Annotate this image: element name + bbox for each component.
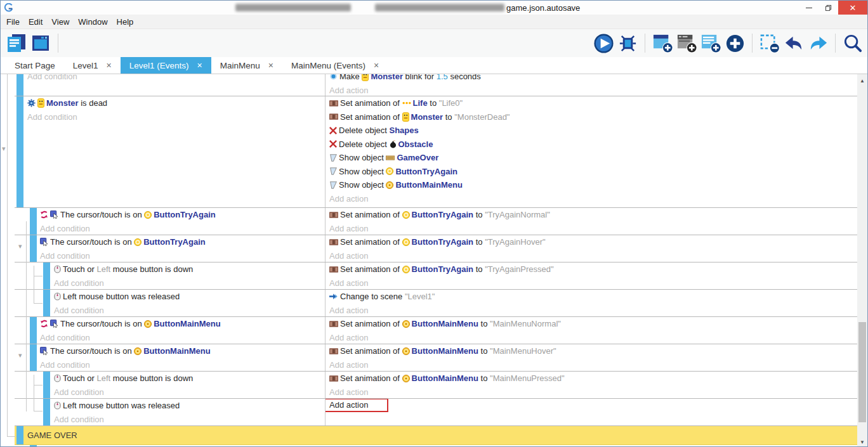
- condition-line[interactable]: The cursor/touch is on ButtonTryAgain: [40, 208, 325, 222]
- scroll-up-icon[interactable]: ▲: [857, 78, 867, 84]
- event-drag-handle[interactable]: [16, 426, 23, 444]
- condition-line[interactable]: Touch or Left mouse button is down: [54, 372, 325, 385]
- action-line[interactable]: Delete object Obstacle: [329, 138, 857, 152]
- debugger-icon[interactable]: [617, 32, 638, 54]
- close-button[interactable]: ✕: [838, 1, 867, 15]
- menu-window[interactable]: Window: [78, 17, 107, 27]
- action-line[interactable]: Show object GameOver: [329, 151, 857, 165]
- action-line[interactable]: Set animation of ButtonTryAgain to "TryA…: [329, 208, 857, 222]
- add-condition-placeholder[interactable]: Add condition: [40, 358, 325, 372]
- restore-button[interactable]: [819, 1, 838, 15]
- add-condition-placeholder[interactable]: Add condition: [40, 249, 325, 263]
- event-drag-handle[interactable]: [30, 344, 37, 371]
- tab-close-icon[interactable]: ×: [374, 61, 379, 70]
- tab-level1-events[interactable]: Level1 (Events)×: [121, 57, 211, 74]
- condition-line[interactable]: The cursor/touch is on ButtonMainMenu: [40, 317, 325, 331]
- vertical-scrollbar[interactable]: ▲ ▼: [857, 74, 867, 447]
- comment-event[interactable]: GAME OVER: [15, 426, 857, 445]
- conditions-column: Left mouse button was releasedAdd condit…: [15, 399, 325, 425]
- redo-icon[interactable]: [807, 32, 829, 54]
- text-segment: Delete object: [339, 126, 390, 135]
- object-name: Monster: [46, 98, 79, 108]
- scroll-down-icon[interactable]: ▼: [857, 439, 867, 445]
- toolbar-right-group: [593, 32, 864, 54]
- add-action-placeholder[interactable]: Add action: [329, 304, 857, 317]
- condition-line[interactable]: The cursor/touch is on ButtonMainMenu: [40, 344, 325, 358]
- add-condition-placeholder[interactable]: Add condition: [27, 110, 325, 124]
- add-action-placeholder[interactable]: Add action: [329, 84, 857, 96]
- tab-close-icon[interactable]: ×: [197, 61, 202, 70]
- tab-mainmenu[interactable]: MainMenu×: [211, 57, 282, 74]
- add-action-placeholder[interactable]: Add action: [329, 222, 857, 235]
- condition-line[interactable]: Left mouse button was released: [54, 399, 325, 413]
- remove-selection-icon[interactable]: [759, 32, 780, 54]
- menu-file[interactable]: File: [6, 17, 20, 27]
- minimize-button[interactable]: [799, 1, 819, 15]
- add-action-highlighted[interactable]: Add action: [325, 399, 388, 412]
- undo-icon[interactable]: [783, 32, 805, 54]
- action-line[interactable]: Show object ButtonTryAgain: [329, 165, 857, 179]
- tab-close-icon[interactable]: ×: [268, 61, 273, 70]
- add-action-placeholder[interactable]: Add action: [329, 276, 857, 290]
- action-line[interactable]: Delete object Shapes: [329, 124, 857, 138]
- tab-start-page[interactable]: Start Page: [6, 57, 64, 74]
- action-line[interactable]: Set animation of ButtonMainMenu to "Main…: [329, 372, 857, 385]
- add-condition-placeholder[interactable]: Add condition: [54, 304, 325, 318]
- add-action-placeholder[interactable]: Add action: [329, 385, 857, 399]
- event-drag-handle[interactable]: [43, 262, 50, 289]
- menu-edit[interactable]: Edit: [29, 17, 43, 27]
- project-manager-icon[interactable]: [6, 32, 27, 54]
- play-icon[interactable]: [593, 32, 614, 54]
- event-drag-handle[interactable]: [43, 290, 50, 316]
- action-line[interactable]: Set animation of ButtonMainMenu to "Main…: [329, 317, 857, 331]
- condition-line[interactable]: The cursor/touch is on ButtonTryAgain: [40, 235, 325, 249]
- add-condition-placeholder[interactable]: Add condition: [54, 385, 325, 399]
- text-segment: blink for: [403, 74, 437, 81]
- add-comment-icon[interactable]: [700, 32, 721, 54]
- menu-view[interactable]: View: [51, 17, 69, 27]
- condition-line[interactable]: Left mouse button was released: [54, 290, 325, 304]
- condition-line[interactable]: Touch or Left mouse button is down: [54, 262, 325, 276]
- event-drag-handle[interactable]: [30, 235, 37, 262]
- start-page-icon[interactable]: [30, 32, 51, 54]
- tab-level1[interactable]: Level1×: [64, 57, 121, 74]
- toolbar-divider: [58, 34, 58, 53]
- search-icon[interactable]: [842, 32, 864, 54]
- event-drag-handle[interactable]: [43, 399, 50, 425]
- text-segment: The cursor/touch is on: [60, 210, 144, 219]
- action-line[interactable]: Set animation of ButtonTryAgain to "TryA…: [329, 235, 857, 249]
- tab-mainmenu-events[interactable]: MainMenu (Events)×: [282, 57, 388, 74]
- add-condition-placeholder[interactable]: Add condition: [40, 331, 325, 345]
- add-condition-placeholder[interactable]: Add condition: [54, 413, 325, 427]
- add-event-icon[interactable]: [652, 32, 673, 54]
- event-drag-handle[interactable]: [16, 96, 23, 207]
- event-drag-handle[interactable]: [43, 372, 50, 398]
- add-action-placeholder[interactable]: Add action: [329, 358, 857, 372]
- action-line[interactable]: Set animation of Monster to "MonsterDead…: [329, 110, 857, 124]
- parameter-value: "MainMenuHover": [490, 346, 556, 356]
- add-condition-placeholder[interactable]: Add condition: [27, 74, 325, 84]
- add-action-placeholder[interactable]: Add action: [329, 249, 857, 262]
- add-condition-placeholder[interactable]: Add condition: [40, 222, 325, 236]
- add-action-placeholder[interactable]: Add action: [329, 331, 857, 344]
- action-line[interactable]: Show object ButtonMainMenu: [329, 178, 857, 192]
- event-drag-handle[interactable]: [16, 74, 23, 96]
- action-line[interactable]: Change to scene "Level1": [329, 290, 857, 304]
- event-row: The cursor/touch is on ButtonTryAgainAdd…: [15, 208, 857, 235]
- action-line[interactable]: Set animation of Life to "Life0": [329, 96, 857, 110]
- menu-help[interactable]: Help: [117, 17, 134, 27]
- add-subevent-icon[interactable]: [676, 32, 697, 54]
- add-circle-icon[interactable]: [724, 32, 746, 54]
- event-drag-handle[interactable]: [30, 208, 37, 235]
- action-line[interactable]: Set animation of ButtonMainMenu to "Main…: [329, 344, 857, 358]
- action-line[interactable]: Make Monster blink for 1.5 seconds: [329, 74, 857, 84]
- add-condition-placeholder[interactable]: Add condition: [54, 276, 325, 290]
- text-segment: to: [473, 237, 485, 247]
- add-action-placeholder[interactable]: Add action: [329, 192, 857, 206]
- event-drag-handle[interactable]: [30, 317, 37, 344]
- scrollbar-thumb[interactable]: [858, 322, 866, 422]
- tab-close-icon[interactable]: ×: [107, 61, 112, 70]
- condition-line[interactable]: Monster is dead: [27, 96, 325, 110]
- actions-column: Make Monster blink for 1.5 secondsAdd ac…: [325, 74, 857, 96]
- action-line[interactable]: Set animation of ButtonTryAgain to "TryA…: [329, 262, 857, 276]
